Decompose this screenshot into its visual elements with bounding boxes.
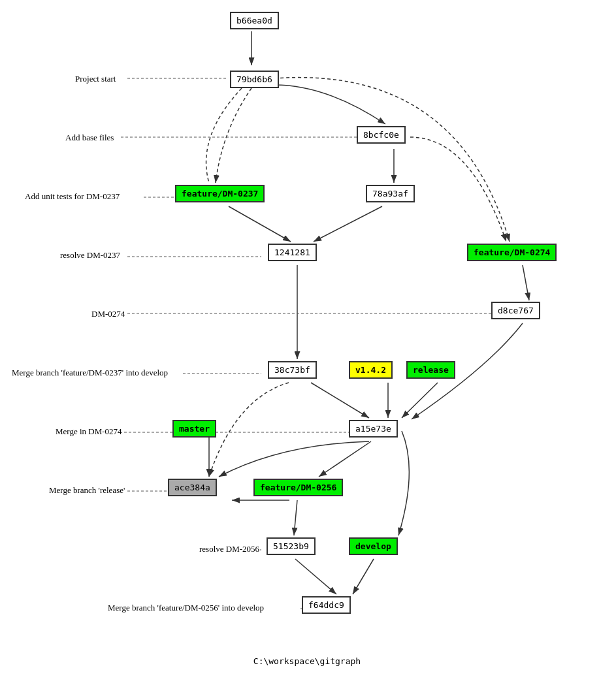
node-feature-dm0256[interactable]: feature/DM-0256 bbox=[253, 479, 343, 496]
arrows-svg bbox=[0, 0, 616, 685]
svg-line-5 bbox=[523, 265, 529, 300]
node-1241281[interactable]: 1241281 bbox=[268, 244, 317, 261]
label-merge-release: Merge branch 'release' bbox=[49, 485, 125, 496]
graph-container: b66ea0d 79bd6b6 8bcfc0e feature/DM-0237 … bbox=[0, 0, 616, 685]
svg-line-7 bbox=[311, 383, 369, 418]
svg-line-4 bbox=[314, 206, 382, 242]
node-78a93af[interactable]: 78a93af bbox=[366, 185, 415, 202]
svg-line-15 bbox=[353, 559, 374, 594]
svg-line-3 bbox=[229, 206, 291, 242]
label-merge-dm0274: Merge in DM-0274 bbox=[56, 426, 122, 437]
node-b66ea0d[interactable]: b66ea0d bbox=[230, 12, 279, 29]
label-project-start: Project start bbox=[75, 74, 116, 84]
label-add-unit-tests: Add unit tests for DM-0237 bbox=[25, 191, 120, 202]
node-feature-dm0237[interactable]: feature/DM-0237 bbox=[175, 185, 265, 202]
node-f64ddc9[interactable]: f64ddc9 bbox=[302, 596, 351, 614]
node-38c73bf[interactable]: 38c73bf bbox=[268, 361, 317, 379]
node-ace384a[interactable]: ace384a bbox=[168, 479, 217, 496]
label-resolve-dm0237: resolve DM-0237 bbox=[60, 250, 120, 261]
svg-line-13 bbox=[294, 500, 297, 535]
node-v142[interactable]: v1.4.2 bbox=[349, 361, 393, 379]
node-develop[interactable]: develop bbox=[349, 537, 398, 555]
node-master[interactable]: master bbox=[172, 420, 216, 438]
node-a15e73e[interactable]: a15e73e bbox=[349, 420, 398, 438]
node-51523b9[interactable]: 51523b9 bbox=[267, 537, 316, 555]
label-merge-dm0237: Merge branch 'feature/DM-0237' into deve… bbox=[12, 368, 168, 378]
svg-line-10 bbox=[319, 441, 371, 477]
node-release[interactable]: release bbox=[406, 361, 455, 379]
node-feature-dm0274[interactable]: feature/DM-0274 bbox=[467, 244, 557, 261]
node-8bcfc0e[interactable]: 8bcfc0e bbox=[357, 126, 406, 144]
label-add-base-files: Add base files bbox=[65, 133, 114, 143]
svg-line-9 bbox=[402, 383, 438, 418]
label-resolve-dm2056: resolve DM-2056 bbox=[199, 544, 259, 554]
footer-path: C:\workspace\gitgraph bbox=[216, 656, 398, 666]
node-79bd6b6[interactable]: 79bd6b6 bbox=[230, 71, 279, 88]
node-d8ce767[interactable]: d8ce767 bbox=[491, 302, 540, 319]
svg-line-14 bbox=[295, 559, 336, 594]
label-merge-dm0256: Merge branch 'feature/DM-0256' into deve… bbox=[108, 603, 264, 613]
label-dm0274: DM-0274 bbox=[91, 309, 125, 319]
